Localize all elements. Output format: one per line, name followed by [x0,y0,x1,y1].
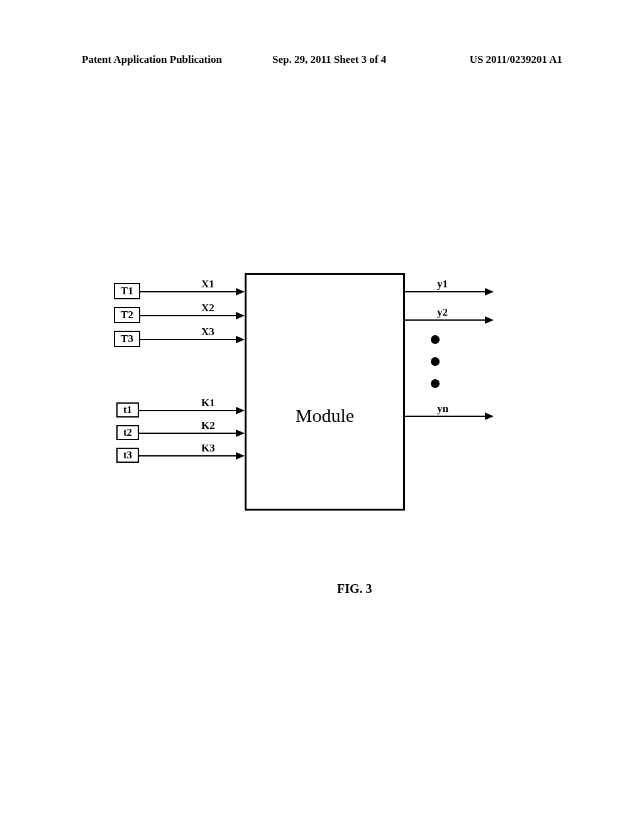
header-left: Patent Application Publication [82,53,222,66]
arrow-line [405,319,487,321]
diagram-container: T1 T2 T3 X1 X2 X3 t1 t2 t3 K1 K2 K3 Modu… [97,264,538,553]
arrow-head-icon [236,336,245,343]
input-box-label: t3 [123,449,132,462]
arrow-line [140,315,238,316]
arrow-line [405,416,487,417]
input-box-label: T1 [121,285,133,297]
header-right: US 2011/0239201 A1 [470,53,562,66]
arrow-head-icon [236,407,245,414]
arrow-head-icon [485,288,494,296]
output-label-y2: y2 [437,306,448,319]
input-box-label: t2 [123,426,132,439]
arrow-head-icon [236,452,245,460]
input-box-T3: T3 [114,331,140,347]
ellipsis-dot-icon [431,379,440,388]
input-box-t3: t3 [116,448,139,463]
module-label: Module [296,405,354,426]
arrow-line [139,433,238,434]
arrow-line [139,455,238,456]
arrow-line [140,291,238,292]
signal-label-K2: K2 [201,419,215,432]
output-label-y1: y1 [437,278,448,290]
arrow-head-icon [236,429,245,437]
arrow-head-icon [485,316,494,324]
signal-label-K3: K3 [201,442,215,455]
input-box-t2: t2 [116,425,139,440]
page-header: Patent Application Publication Sep. 29, … [0,53,644,66]
signal-label-X2: X2 [201,302,214,314]
input-box-T1: T1 [114,283,140,299]
input-box-T2: T2 [114,307,140,323]
signal-label-X3: X3 [201,326,214,338]
module-box: Module [245,273,405,511]
arrow-line [140,339,238,340]
input-box-label: T2 [121,309,133,321]
figure-caption: FIG. 3 [337,582,372,596]
arrow-head-icon [485,412,494,420]
arrow-line [139,410,238,411]
input-box-label: t1 [123,404,132,416]
header-center: Sep. 29, 2011 Sheet 3 of 4 [272,53,386,66]
input-box-label: T3 [121,333,133,345]
arrow-line [405,291,487,292]
output-label-yn: yn [437,402,448,415]
arrow-head-icon [236,288,245,296]
input-box-t1: t1 [116,402,139,418]
arrow-head-icon [236,312,245,319]
ellipsis-dot-icon [431,357,440,366]
ellipsis-dot-icon [431,335,440,344]
signal-label-K1: K1 [201,397,215,409]
signal-label-X1: X1 [201,278,214,290]
